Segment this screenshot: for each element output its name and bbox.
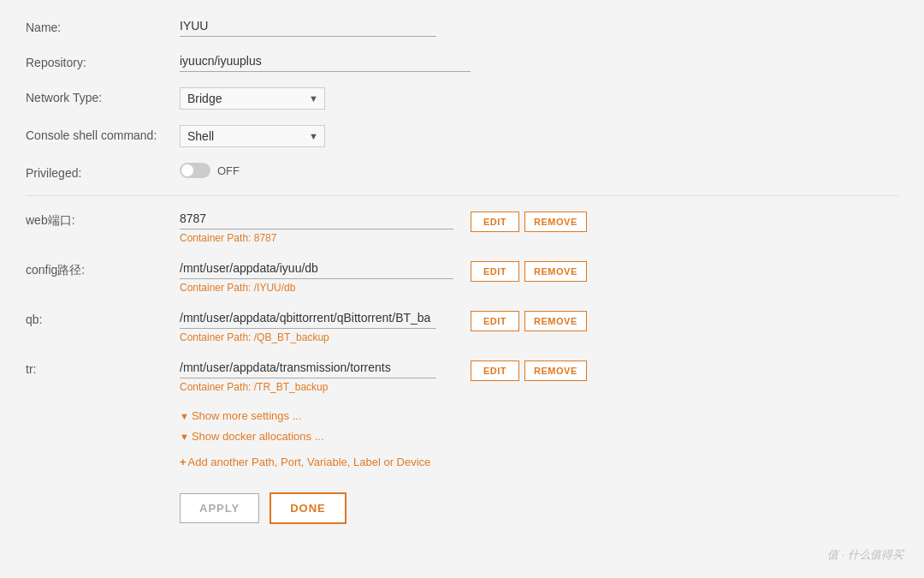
tr-label: tr: — [26, 359, 180, 376]
tr-path-input[interactable] — [180, 359, 436, 378]
repository-label: Repository: — [26, 52, 180, 69]
config-edit-button[interactable]: EDIT — [471, 261, 519, 282]
show-more-settings-link[interactable]: ▼Show more settings ... — [180, 409, 302, 422]
qb-label: qb: — [26, 309, 180, 326]
repository-input[interactable] — [180, 52, 471, 72]
tr-edit-button[interactable]: EDIT — [471, 361, 519, 381]
name-label: Name: — [26, 17, 180, 34]
network-type-label: Network Type: — [26, 87, 180, 104]
config-path-label: config路径: — [26, 259, 180, 278]
show-more-chevron-icon: ▼ — [180, 411, 189, 421]
web-port-remove-button[interactable]: REMOVE — [524, 212, 587, 232]
add-icon: + — [180, 456, 187, 468]
qb-remove-button[interactable]: REMOVE — [524, 311, 587, 331]
web-port-label: web端口: — [26, 210, 180, 229]
qb-edit-button[interactable]: EDIT — [471, 311, 519, 331]
apply-button[interactable]: APPLY — [180, 493, 259, 523]
divider — [26, 195, 898, 196]
web-port-edit-button[interactable]: EDIT — [471, 212, 519, 232]
done-button[interactable]: DONE — [270, 492, 346, 524]
watermark: 值 · 什么值得买 — [827, 547, 903, 563]
add-another-link[interactable]: +Add another Path, Port, Variable, Label… — [180, 456, 430, 468]
show-docker-allocations-link[interactable]: ▼Show docker allocations ... — [180, 430, 324, 443]
web-port-input[interactable] — [180, 210, 453, 229]
qb-container-path: Container Path: /QB_BT_backup — [180, 331, 453, 343]
qb-path-input[interactable] — [180, 309, 436, 329]
console-shell-label: Console shell command: — [26, 125, 180, 142]
privileged-label: Privileged: — [26, 163, 180, 180]
tr-remove-button[interactable]: REMOVE — [524, 361, 587, 381]
network-type-select[interactable]: Bridge Host None Custom — [180, 87, 325, 110]
web-port-container-path: Container Path: 8787 — [180, 232, 453, 244]
config-path-input[interactable] — [180, 259, 453, 279]
config-container-path: Container Path: /IYUU/db — [180, 282, 453, 294]
show-docker-chevron-icon: ▼ — [180, 432, 189, 442]
privileged-toggle[interactable] — [180, 163, 210, 178]
config-remove-button[interactable]: REMOVE — [524, 261, 587, 282]
toggle-thumb — [181, 164, 193, 176]
console-shell-select[interactable]: Shell bash sh zsh — [180, 125, 325, 147]
tr-container-path: Container Path: /TR_BT_backup — [180, 381, 453, 393]
name-input[interactable] — [180, 17, 436, 37]
privileged-status: OFF — [217, 164, 240, 177]
